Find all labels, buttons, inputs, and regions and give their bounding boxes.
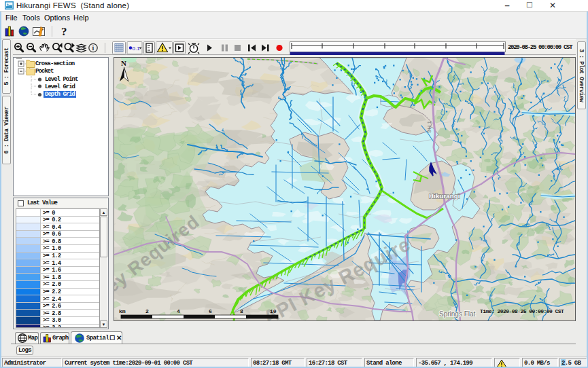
svg-text:6: 6 <box>209 308 212 314</box>
svg-text:?: ? <box>61 25 67 38</box>
svg-text:Hikurangi: Hikurangi <box>429 192 460 200</box>
svg-text:km: km <box>119 308 126 314</box>
svg-text:Time: 2020-08-25 00:00:00 CST: Time: 2020-08-25 00:00:00 CST <box>480 308 564 314</box>
svg-text:10: 10 <box>270 308 277 314</box>
svg-text:8: 8 <box>240 308 243 314</box>
svg-text:N: N <box>121 59 126 67</box>
svg-text:0.1: 0.1 <box>133 45 141 52</box>
svg-text:2: 2 <box>145 308 149 314</box>
svg-text:4: 4 <box>177 308 180 314</box>
svg-text:i: i <box>92 44 94 52</box>
svg-text:Springs Flat: Springs Flat <box>439 310 476 318</box>
svg-text:SH 1: SH 1 <box>426 121 432 133</box>
